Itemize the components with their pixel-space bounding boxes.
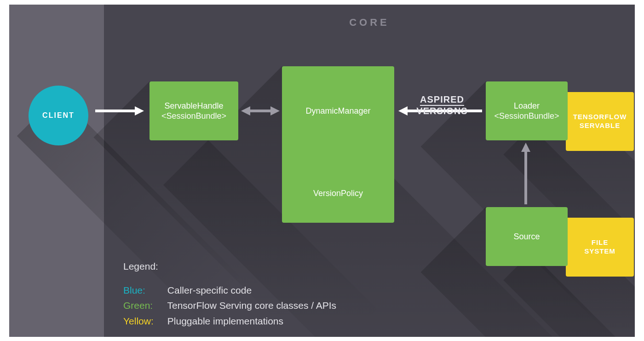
file-system-line1: FILE (592, 238, 609, 247)
aspired-line2: VERSIONS (416, 106, 467, 116)
aspired-line1: ASPIRED (420, 94, 464, 106)
file-system-line2: SYSTEM (584, 247, 615, 256)
diagram-canvas: CORE CLIENT ServableHandle <SessionBundl… (9, 5, 635, 337)
arrow-client-to-servable (94, 105, 145, 117)
client-node: CLIENT (29, 86, 88, 145)
legend-blue-key: Blue: (123, 283, 165, 298)
tensorflow-servable-line1: TENSORFLOW (573, 113, 627, 121)
file-system-node: FILE SYSTEM (566, 218, 634, 277)
legend-green-val: TensorFlow Serving core classes / APIs (167, 300, 336, 311)
dynamic-manager-label: DynamicManager (305, 106, 370, 116)
legend: Legend: Blue: Caller-specific code Green… (123, 259, 336, 329)
servable-handle-node: ServableHandle <SessionBundle> (150, 81, 238, 140)
source-node: Source (486, 207, 568, 266)
loader-line1: Loader (514, 101, 540, 111)
core-title: CORE (104, 17, 635, 29)
legend-yellow-val: Pluggable implementations (167, 316, 283, 326)
loader-node: Loader <SessionBundle> (486, 81, 568, 140)
source-label: Source (513, 231, 540, 242)
version-policy-node: VersionPolicy (289, 171, 387, 215)
legend-row-blue: Blue: Caller-specific code (123, 283, 336, 298)
servable-handle-line2: <SessionBundle> (161, 111, 226, 121)
legend-title: Legend: (123, 259, 336, 274)
client-label: CLIENT (42, 111, 75, 120)
dynamic-manager-node: DynamicManager VersionPolicy (282, 66, 394, 223)
version-policy-label: VersionPolicy (313, 188, 363, 199)
aspired-versions-label: ASPIRED VERSIONS (404, 94, 480, 117)
legend-row-green: Green: TensorFlow Serving core classes /… (123, 298, 336, 313)
arrow-servable-dynamic-bidir (241, 105, 280, 117)
legend-green-key: Green: (123, 298, 165, 313)
legend-yellow-key: Yellow: (123, 313, 165, 329)
arrow-source-to-loader (520, 143, 532, 205)
tensorflow-servable-node: TENSORFLOW SERVABLE (566, 92, 634, 151)
servable-handle-line1: ServableHandle (164, 101, 223, 111)
legend-blue-val: Caller-specific code (167, 285, 252, 295)
legend-row-yellow: Yellow: Pluggable implementations (123, 313, 336, 329)
loader-line2: <SessionBundle> (494, 111, 559, 121)
client-node-wrap: CLIENT (29, 86, 88, 145)
tensorflow-servable-line2: SERVABLE (580, 121, 620, 130)
